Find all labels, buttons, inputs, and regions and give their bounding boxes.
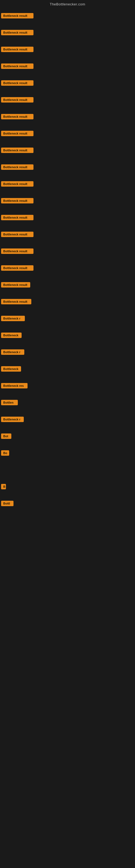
bottleneck-badge[interactable]: Bottleneck result xyxy=(1,164,34,170)
bottleneck-item: Bottleneck r xyxy=(0,411,135,428)
bottleneck-item: Bottleneck result xyxy=(0,91,135,108)
bottleneck-item: Bottleneck result xyxy=(0,41,135,58)
bottleneck-badge[interactable]: Bottleneck result xyxy=(1,231,34,237)
bottleneck-badge[interactable]: Bottleneck result xyxy=(1,63,34,69)
site-title: TheBottlenecker.com xyxy=(50,2,85,6)
bottleneck-badge[interactable]: Bottleneck res xyxy=(1,383,28,389)
bottleneck-item: Bottleneck result xyxy=(0,176,135,192)
bottleneck-badge[interactable]: Bottleneck xyxy=(1,333,21,338)
bottleneck-item: Bottleneck r xyxy=(0,344,135,361)
bottleneck-badge[interactable]: Bottleneck result xyxy=(1,13,34,19)
bottleneck-item: Bottleneck xyxy=(0,361,135,377)
bottleneck-badge[interactable]: Bottleneck result xyxy=(1,198,34,204)
bottleneck-badge[interactable]: Bottleneck result xyxy=(1,265,34,271)
bottleneck-badge[interactable]: Bottleneck result xyxy=(1,248,34,254)
bottleneck-item: Bottleneck result xyxy=(0,293,135,310)
bottleneck-item: Bottleneck res xyxy=(0,377,135,394)
bottleneck-item: Bottleneck result xyxy=(0,259,135,276)
bottleneck-badge[interactable]: Bottleneck r xyxy=(1,416,24,422)
bottleneck-item: Bo xyxy=(0,444,135,461)
bottleneck-item: Bottleneck result xyxy=(0,192,135,209)
bottleneck-item: B xyxy=(0,478,135,495)
bottleneck-badge[interactable]: Bottleneck result xyxy=(1,181,34,187)
bottleneck-badge[interactable]: Bottleneck r xyxy=(1,316,25,321)
bottleneck-item: Bottleneck xyxy=(0,327,135,344)
bottleneck-badge[interactable]: Bottleneck result xyxy=(1,30,34,35)
bottleneck-item: Bottleneck result xyxy=(0,276,135,293)
bottleneck-badge[interactable]: Bot xyxy=(1,433,11,439)
bottleneck-badge[interactable]: Bottlen xyxy=(1,400,18,405)
bottleneck-item: Bottleneck result xyxy=(0,209,135,226)
bottleneck-item: Bottleneck result xyxy=(0,142,135,159)
bottleneck-item: Bottleneck result xyxy=(0,24,135,41)
bottleneck-badge[interactable]: Bottleneck result xyxy=(1,46,34,52)
bottleneck-item: Bottleneck result xyxy=(0,7,135,24)
bottleneck-item: Bottl xyxy=(0,495,135,512)
bottleneck-item: Bottleneck result xyxy=(0,226,135,243)
bottleneck-item: Bottleneck result xyxy=(0,74,135,91)
bottleneck-item: Bottleneck result xyxy=(0,159,135,176)
bottleneck-item: Bottleneck result xyxy=(0,125,135,142)
bottleneck-item: Bot xyxy=(0,428,135,444)
bottleneck-badge[interactable]: Bottl xyxy=(1,501,13,506)
bottleneck-item xyxy=(0,461,135,478)
bottleneck-badge[interactable]: Bottleneck xyxy=(1,366,21,372)
bottleneck-badge[interactable]: Bo xyxy=(1,450,9,456)
bottleneck-badge[interactable]: Bottleneck result xyxy=(1,282,30,287)
bottleneck-item: Bottlen xyxy=(0,394,135,411)
bottleneck-badge[interactable]: Bottleneck result xyxy=(1,148,34,153)
bottleneck-item: Bottleneck result xyxy=(0,108,135,125)
bottleneck-badge[interactable]: Bottleneck r xyxy=(1,349,24,355)
bottleneck-badge[interactable]: Bottleneck result xyxy=(1,215,34,220)
bottleneck-badge[interactable]: B xyxy=(1,484,6,489)
bottleneck-badge[interactable]: Bottleneck result xyxy=(1,114,34,119)
bottleneck-item xyxy=(0,512,135,529)
bottleneck-badge[interactable]: Bottleneck result xyxy=(1,131,34,136)
bottleneck-item: Bottleneck r xyxy=(0,310,135,327)
bottleneck-badge[interactable]: Bottleneck result xyxy=(1,80,34,86)
bottleneck-badge[interactable]: Bottleneck result xyxy=(1,299,31,304)
bottleneck-container: Bottleneck resultBottleneck resultBottle… xyxy=(0,7,135,868)
bottleneck-item: Bottleneck result xyxy=(0,58,135,74)
site-header: TheBottlenecker.com xyxy=(0,0,135,7)
bottleneck-item: Bottleneck result xyxy=(0,243,135,259)
bottleneck-badge[interactable]: Bottleneck result xyxy=(1,97,34,102)
